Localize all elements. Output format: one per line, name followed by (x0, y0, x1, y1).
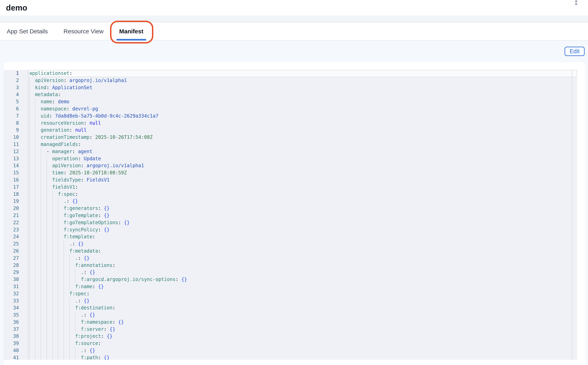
indent-guide (29, 290, 35, 297)
indent-guide (35, 240, 41, 248)
indent-guide (35, 233, 41, 240)
indent-guide (64, 304, 69, 312)
tab-manifest[interactable]: Manifest (119, 22, 143, 40)
indent-guide (58, 212, 64, 219)
line-content: kind: ApplicationSet (28, 84, 577, 91)
code-line: 16fieldsType: FieldsV1 (4, 176, 577, 184)
line-content: metadata: (28, 91, 577, 98)
code-line: 25.: {} (4, 240, 577, 248)
indent-guide (69, 319, 75, 326)
line-content: .: {} (28, 198, 577, 205)
code-line: 3kind: ApplicationSet (4, 84, 577, 91)
code-line: 19.: {} (4, 198, 577, 205)
indent-guide (35, 148, 41, 155)
code-line: 23f:syncPolicy: {} (4, 226, 577, 233)
indent-guide (29, 333, 35, 340)
indent-guide (35, 120, 41, 127)
indent-guide (52, 276, 58, 283)
indent-guide (52, 333, 58, 340)
code-line: 34f:destination: (4, 304, 577, 312)
line-number: 14 (4, 162, 28, 169)
line-content: f:goTemplate: {} (28, 212, 577, 219)
indent-guide (29, 77, 35, 84)
indent-guide (46, 340, 52, 347)
indent-guide (41, 276, 46, 283)
indent-guide (29, 212, 35, 219)
code-line: 40.: {} (4, 347, 577, 354)
line-number: 7 (4, 112, 28, 120)
indent-guide (58, 276, 64, 283)
line-content: f:annotations: (28, 262, 577, 269)
header-divider-band (0, 15, 588, 22)
indent-guide (64, 297, 69, 305)
indent-guide (41, 297, 46, 305)
edit-button[interactable]: Edit (565, 47, 585, 56)
indent-guide (29, 98, 35, 105)
line-number: 35 (4, 312, 28, 319)
indent-guide (35, 255, 41, 262)
indent-guide (52, 226, 58, 233)
tab-resource-view[interactable]: Resource View (64, 22, 104, 40)
code-line: 41f:path: {} (4, 354, 577, 360)
indent-guide (64, 312, 69, 319)
line-content: .: {} (28, 255, 577, 262)
line-content: f:argocd.argoproj.io/sync-options: {} (28, 276, 577, 283)
indent-guide (35, 141, 41, 148)
indent-guide (29, 319, 35, 326)
indent-guide (35, 184, 41, 191)
indent-guide (64, 276, 69, 283)
indent-guide (75, 326, 81, 333)
indent-guide (35, 354, 41, 360)
indent-guide (46, 319, 52, 326)
line-number: 37 (4, 326, 28, 333)
indent-guide (35, 226, 41, 233)
line-number: 2 (4, 77, 28, 84)
line-content: creationTimestamp: 2025-10-26T17:54:08Z (28, 134, 577, 141)
active-tab-underline (116, 39, 146, 41)
indent-guide (75, 347, 81, 354)
indent-guide (29, 184, 35, 191)
indent-guide (35, 162, 41, 169)
tab-app-set-details[interactable]: App Set Details (7, 22, 48, 40)
line-content: operation: Update (28, 155, 577, 162)
code-line: 38f:project: {} (4, 333, 577, 340)
indent-guide (58, 312, 64, 319)
line-number: 41 (4, 354, 28, 360)
code-line: 21f:goTemplate: {} (4, 212, 577, 219)
line-number: 11 (4, 141, 28, 148)
yaml-editor[interactable]: 1applicationset:2apiVersion: argoproj.io… (4, 70, 577, 360)
indent-guide (46, 255, 52, 262)
indent-guide (29, 191, 35, 198)
code-line: 29.: {} (4, 269, 577, 276)
editor-scrollbar[interactable] (572, 70, 577, 360)
line-number: 10 (4, 134, 28, 141)
indent-guide (41, 319, 46, 326)
indent-guide (41, 354, 46, 360)
indent-guide (35, 347, 41, 354)
indent-guide (29, 198, 35, 205)
indent-guide (29, 141, 35, 148)
line-number: 21 (4, 212, 28, 219)
indent-guide (64, 326, 69, 333)
indent-guide (41, 198, 46, 205)
indent-guide (64, 248, 69, 255)
kebab-menu-icon[interactable] (574, 0, 578, 6)
indent-guide (46, 354, 52, 360)
code-line: 20f:generators: {} (4, 205, 577, 212)
indent-guide (58, 326, 64, 333)
indent-guide (29, 91, 35, 98)
code-line: 11managedFields: (4, 141, 577, 148)
indent-guide (41, 269, 46, 276)
line-number: 3 (4, 84, 28, 91)
indent-guide (41, 255, 46, 262)
indent-guide (64, 283, 69, 290)
line-content: f:name: {} (28, 283, 577, 290)
line-content: f:destination: (28, 304, 577, 312)
line-content: generation: null (28, 127, 577, 134)
indent-guide (41, 205, 46, 212)
page-header: demo (0, 0, 588, 15)
line-number: 36 (4, 319, 28, 326)
line-number: 40 (4, 347, 28, 354)
indent-guide (46, 262, 52, 269)
indent-guide (46, 205, 52, 212)
